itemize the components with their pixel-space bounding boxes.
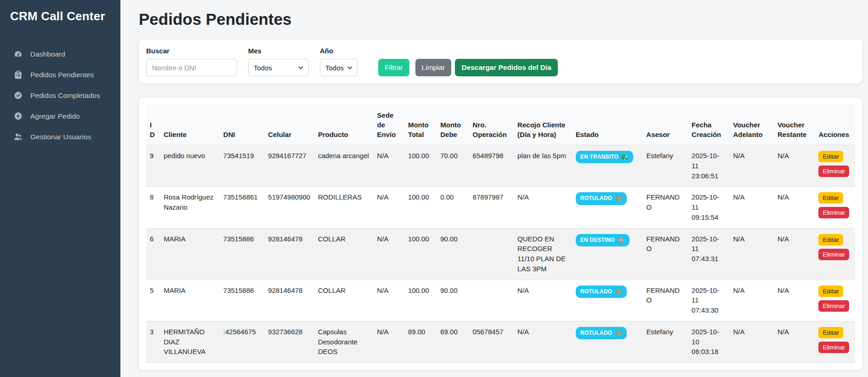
cell-dni: 73515886 [220, 228, 265, 280]
cell-voucher_adelanto: N/A [730, 187, 774, 228]
cell-celular: 928146478 [264, 280, 314, 321]
users-gear-icon [14, 132, 23, 141]
table-row: 3HERMITAÑO DIAZ VILLANUEVA:4256467593273… [146, 321, 855, 362]
building-icon [618, 237, 625, 243]
filter-bar: Buscar Mes Todos Año Todos Filtrar Limpi… [139, 40, 862, 84]
cell-voucher_restante: N/A [774, 228, 815, 280]
cell-celular: 932736628 [264, 321, 314, 362]
orders-table-card: IDClienteDNICelularProductoSede de Envío… [139, 97, 862, 370]
table-row: 8Rosa Rodríguez Nazario73515886151974980… [146, 187, 855, 228]
cell-dni: 73515886 [220, 280, 265, 321]
cell-cliente: HERMITAÑO DIAZ VILLANUEVA [160, 321, 220, 362]
cell-monto_total: 100.00 [404, 187, 437, 228]
gauge-icon [14, 50, 23, 58]
cell-producto: RODILLERAS [314, 187, 374, 228]
delete-button[interactable]: Eliminar [818, 342, 849, 353]
cell-recojo: N/A [514, 187, 572, 228]
col-header-voucher_adelanto: Voucher Adelanto [730, 105, 774, 145]
col-header-estado: Estado [572, 105, 643, 145]
sidebar-nav: Dashboard Pedidos Pendientes Pedidos Com… [0, 44, 120, 147]
sidebar-item-label: Pedidos Pendientes [30, 71, 94, 79]
cell-voucher_adelanto: N/A [730, 280, 774, 321]
cell-estado: ROTULADO [572, 187, 643, 228]
cell-id: 3 [146, 321, 160, 362]
delete-button[interactable]: Eliminar [818, 249, 849, 260]
sidebar: CRM Call Center Dashboard Pedidos Pendie… [0, 0, 120, 377]
cell-producto: cadena arcangel [314, 145, 374, 187]
cell-voucher_restante: N/A [774, 145, 815, 187]
cell-fecha: 2025-10-11 23:06:51 [688, 145, 729, 187]
status-label: EN TRANSITO [580, 153, 618, 161]
cell-monto_total: 100.00 [404, 280, 437, 321]
status-badge: ROTULADO [576, 192, 627, 205]
edit-button[interactable]: Editar [818, 151, 843, 162]
cell-acciones: EditarEliminar [815, 145, 855, 187]
app-title: CRM Call Center [0, 7, 120, 23]
sidebar-item-agregar-pedido[interactable]: Agregar Pedido [0, 106, 120, 126]
col-header-sede: Sede de Envío [374, 105, 404, 145]
search-group: Buscar [146, 47, 237, 76]
cell-sede: N/A [374, 280, 404, 321]
delete-button[interactable]: Eliminar [818, 300, 849, 312]
cell-producto: COLLAR [314, 228, 374, 280]
month-select[interactable]: Todos [248, 59, 309, 76]
check-circle-icon [14, 91, 23, 100]
clipboard-icon [14, 70, 23, 79]
cell-id: 6 [146, 228, 160, 280]
chevron-down-icon [298, 66, 303, 69]
cell-sede: N/A [374, 228, 404, 280]
edit-button[interactable]: Editar [818, 192, 843, 204]
clear-button[interactable]: Limpiar [415, 59, 452, 76]
download-day-orders-button[interactable]: Descargar Pedidos del Día [455, 59, 558, 76]
status-badge: ROTULADO [576, 327, 627, 339]
tag-icon [615, 289, 622, 295]
cell-voucher_adelanto: N/A [730, 145, 774, 187]
cell-id: 5 [146, 280, 160, 321]
cell-id: 8 [146, 187, 160, 228]
cell-acciones: EditarEliminar [815, 187, 855, 228]
cell-sede: N/A [374, 145, 404, 187]
delete-button[interactable]: Eliminar [818, 207, 849, 218]
cell-acciones: EditarEliminar [815, 321, 855, 362]
cell-recojo: plan de las 5pm [514, 145, 572, 187]
orders-table: IDClienteDNICelularProductoSede de Envío… [146, 105, 855, 363]
year-select[interactable]: Todos [320, 59, 357, 76]
sidebar-item-dashboard[interactable]: Dashboard [0, 44, 120, 64]
edit-button[interactable]: Editar [818, 327, 843, 338]
cell-asesor: Estefany [643, 321, 688, 362]
status-badge: EN TRANSITO [576, 151, 633, 163]
cell-dni: 73541519 [220, 145, 265, 187]
sidebar-item-gestionar-usuarios[interactable]: Gestionar Usuarios [0, 126, 120, 147]
filter-button[interactable]: Filtrar [378, 59, 409, 76]
cell-asesor: Estefany [643, 145, 688, 187]
status-label: ROTULADO [580, 329, 613, 337]
col-header-celular: Celular [264, 105, 314, 145]
col-header-voucher_restante: Voucher Restante [774, 105, 815, 145]
edit-button[interactable]: Editar [818, 234, 843, 246]
cell-fecha: 2025-10-11 09:15:54 [688, 187, 729, 228]
month-group: Mes Todos [248, 47, 309, 76]
cell-recojo: N/A [514, 280, 572, 321]
cell-asesor: FERNANDO [643, 228, 688, 280]
sidebar-item-pedidos-pendientes[interactable]: Pedidos Pendientes [0, 64, 120, 85]
cell-monto_debe: 70.00 [437, 145, 469, 187]
sidebar-item-label: Pedidos Completados [30, 91, 100, 100]
cell-voucher_adelanto: N/A [730, 228, 774, 280]
cell-celular: 928146478 [264, 228, 314, 280]
cell-fecha: 2025-10-11 07:43:31 [688, 228, 729, 280]
search-input[interactable] [146, 59, 237, 76]
sidebar-item-pedidos-completados[interactable]: Pedidos Completados [0, 85, 120, 106]
cell-monto_debe: 90.00 [437, 228, 469, 280]
col-header-cliente: Cliente [160, 105, 220, 145]
cell-fecha: 2025-10-10 06:03:18 [688, 321, 729, 362]
status-label: ROTULADO [580, 288, 613, 296]
delete-button[interactable]: Eliminar [818, 166, 849, 177]
cell-asesor: FERNANDO [643, 280, 688, 321]
truck-icon [621, 154, 629, 160]
edit-button[interactable]: Editar [818, 286, 843, 297]
cell-dni: 735158861 [220, 187, 265, 228]
col-header-producto: Producto [314, 105, 374, 145]
col-header-asesor: Asesor [643, 105, 688, 145]
cell-fecha: 2025-10-11 07:43:30 [688, 280, 729, 321]
cell-estado: EN DESTINO [572, 228, 643, 280]
